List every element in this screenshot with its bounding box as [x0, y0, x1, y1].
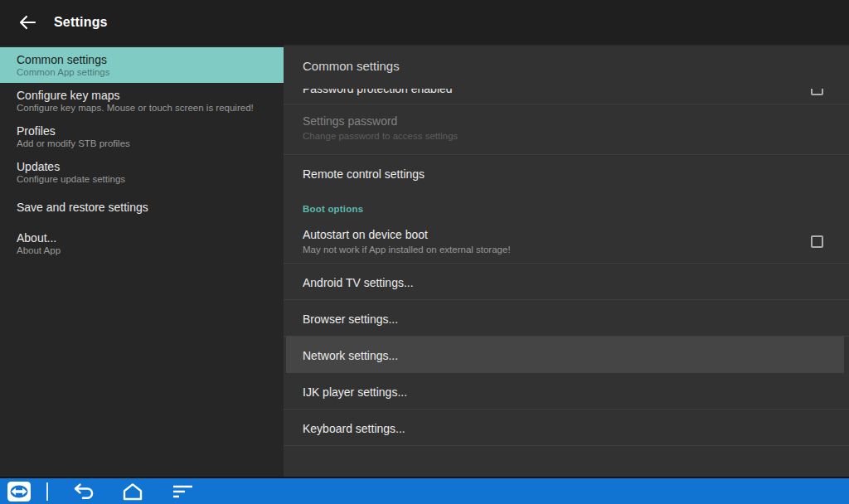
pref-title: Remote control settings	[303, 168, 849, 180]
pref-row-autostart[interactable]: Autostart on device boot May not work if…	[284, 220, 849, 264]
back-arrow-icon[interactable]	[17, 12, 37, 32]
pref-title: Browser settings...	[303, 313, 849, 325]
pref-row-keyboard[interactable]: Keyboard settings...	[284, 410, 849, 446]
nav-separator	[46, 482, 48, 501]
page-title: Settings	[54, 15, 108, 30]
panel-header: Common settings	[284, 44, 849, 89]
password-protection-checkbox[interactable]	[811, 89, 823, 95]
panel-title: Common settings	[303, 59, 849, 73]
settings-panel: Common settings Password protection enab…	[284, 44, 849, 477]
pref-title: Settings password	[303, 115, 849, 127]
autostart-checkbox[interactable]	[811, 235, 823, 248]
sidebar-item-title: Common settings	[17, 53, 267, 66]
section-header-boot-options: Boot options	[284, 192, 849, 220]
pref-row-password-protection[interactable]: Password protection enabled	[284, 89, 849, 104]
sidebar-item-title: About...	[17, 231, 267, 245]
pref-title: Android TV settings...	[303, 277, 849, 288]
sidebar-item-common-settings[interactable]: Common settings Common App settings	[0, 47, 284, 83]
sidebar-item-about[interactable]: About... About App	[0, 225, 284, 261]
sidebar-item-profiles[interactable]: Profiles Add or modify STB profiles	[0, 119, 284, 154]
pref-title: Network settings...	[303, 350, 844, 361]
sidebar-item-subtitle: Configure key maps. Mouse or touch scree…	[17, 102, 267, 114]
sidebar-item-title: Updates	[17, 160, 267, 173]
nav-home-icon[interactable]	[119, 482, 146, 502]
sidebar-item-configure-key-maps[interactable]: Configure key maps Configure key maps. M…	[0, 83, 284, 119]
sidebar-item-subtitle: Configure update settings	[17, 173, 267, 185]
sidebar: Common settings Common App settings Conf…	[0, 44, 284, 477]
pref-title: Keyboard settings...	[303, 423, 849, 434]
pref-row-browser[interactable]: Browser settings...	[284, 300, 849, 337]
sidebar-item-title: Configure key maps	[17, 89, 267, 102]
pref-title: Autostart on device boot	[303, 229, 849, 240]
app-bar: Settings	[0, 0, 849, 44]
bottom-nav-bar	[0, 477, 849, 504]
pref-row-ijk-player[interactable]: IJK player settings...	[284, 373, 849, 410]
sidebar-item-save-restore[interactable]: Save and restore settings	[0, 190, 284, 225]
pref-row-android-tv[interactable]: Android TV settings...	[284, 264, 849, 300]
pref-title: IJK player settings...	[303, 386, 849, 398]
sidebar-item-updates[interactable]: Updates Configure update settings	[0, 154, 284, 190]
sidebar-item-subtitle: Add or modify STB profiles	[17, 138, 267, 149]
sidebar-item-title: Save and restore settings	[17, 201, 267, 214]
settings-screen: Settings Common settings Common App sett…	[0, 0, 849, 504]
pref-subtitle: Change password to access settings	[303, 131, 849, 141]
nav-recents-icon[interactable]	[172, 482, 195, 501]
pref-row-remote-control[interactable]: Remote control settings	[284, 155, 849, 192]
section-title: Boot options	[303, 204, 849, 214]
pref-subtitle: May not work if App installed on externa…	[303, 245, 849, 254]
pref-title: Password protection enabled	[303, 89, 453, 95]
pref-row-network-highlighted[interactable]: Network settings...	[286, 337, 844, 373]
sidebar-item-subtitle: Common App settings	[17, 66, 267, 78]
pref-row-settings-password: Settings password Change password to acc…	[284, 104, 849, 155]
sidebar-item-title: Profiles	[17, 124, 267, 138]
sidebar-item-subtitle: About App	[17, 245, 267, 256]
nav-back-icon[interactable]	[70, 481, 95, 502]
teamviewer-icon[interactable]	[7, 482, 31, 502]
